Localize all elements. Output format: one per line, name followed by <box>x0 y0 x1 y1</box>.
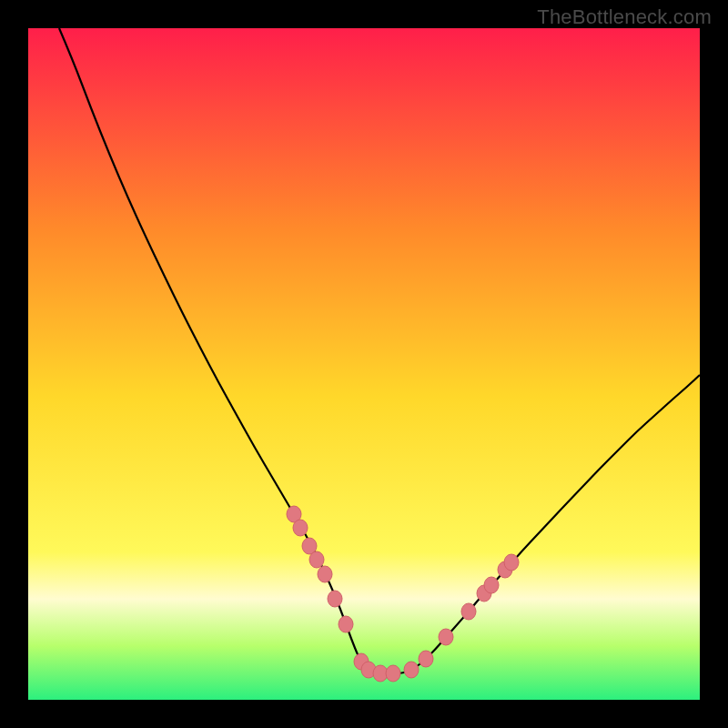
data-dot <box>328 591 342 607</box>
data-dot <box>504 554 519 571</box>
watermark-text: TheBottleneck.com <box>537 5 712 29</box>
plot-area <box>28 28 700 700</box>
data-dot <box>339 616 353 632</box>
chart-frame: TheBottleneck.com <box>0 0 728 728</box>
data-dot <box>461 603 476 620</box>
data-dot <box>404 662 419 678</box>
data-dot <box>309 551 324 568</box>
data-dot <box>484 577 499 593</box>
data-dot <box>318 566 332 582</box>
data-dot <box>439 629 453 645</box>
data-dot <box>419 651 433 667</box>
data-dot <box>386 665 400 682</box>
bottleneck-curve-chart <box>0 0 728 728</box>
data-dot <box>293 520 308 536</box>
